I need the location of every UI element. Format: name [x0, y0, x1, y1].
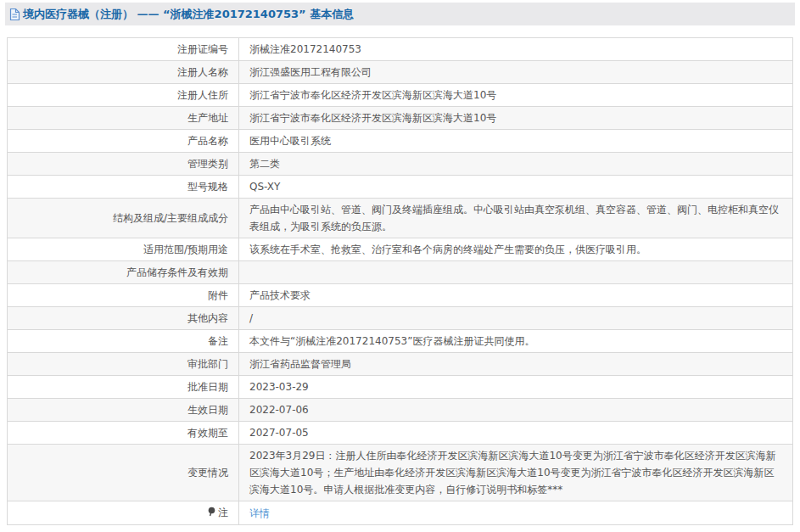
row-value: 产品由中心吸引站、管道、阀门及终端插座组成。中心吸引站由真空泵机组、真空容器、管… [239, 199, 793, 238]
row-label: 注册证编号 [8, 38, 239, 61]
row-label: 生产地址 [8, 107, 239, 130]
document-icon [8, 8, 20, 21]
table-row: 产品储存条件及有效期 [8, 261, 793, 284]
row-value: 2022-07-06 [239, 399, 793, 422]
row-label: 适用范围/预期用途 [8, 238, 239, 261]
row-label: 生效日期 [8, 399, 239, 422]
row-label: 产品名称 [8, 130, 239, 153]
row-value: 产品技术要求 [239, 284, 793, 307]
row-value [239, 261, 793, 284]
row-value: 2023-03-29 [239, 376, 793, 399]
table-row: 附件 产品技术要求 [8, 284, 793, 307]
row-label: 注册人住所 [8, 84, 239, 107]
table-row: 变更情况 2023年3月29日：注册人住所由奉化经济开发区滨海新区滨海大道10号… [8, 445, 793, 501]
row-label: 注册人名称 [8, 61, 239, 84]
table-row: 注册人名称 浙江强盛医用工程有限公司 [8, 61, 793, 84]
table-row: 注册人住所 浙江省宁波市奉化区经济开发区滨海新区滨海大道10号 [8, 84, 793, 107]
table-row: 备注 本文件与“浙械注准20172140753”医疗器械注册证共同使用。 [8, 330, 793, 353]
row-value: 浙江省药品监督管理局 [239, 353, 793, 376]
table-row: 生产地址 浙江省宁波市奉化区经济开发区滨海新区滨海大道10号 [8, 107, 793, 130]
row-value: 浙江省宁波市奉化区经济开发区滨海新区滨海大道10号 [239, 107, 793, 130]
registration-info-table: 注册证编号 浙械注准20172140753 注册人名称 浙江强盛医用工程有限公司… [7, 37, 793, 525]
table-row: 注册证编号 浙械注准20172140753 [8, 38, 793, 61]
detail-link[interactable]: 详情 [249, 507, 270, 519]
page-title-bar: 境内医疗器械（注册） —— “浙械注准20172140753” 基本信息 [5, 3, 795, 25]
row-value: 本文件与“浙械注准20172140753”医疗器械注册证共同使用。 [239, 330, 793, 353]
table-row: 结构及组成/主要组成成分 产品由中心吸引站、管道、阀门及终端插座组成。中心吸引站… [8, 199, 793, 238]
table-row-note: 注 详情 [8, 501, 793, 525]
row-value: QS-XY [239, 176, 793, 199]
note-label-text: 注 [218, 507, 228, 518]
table-row: 有效期至 2027-07-05 [8, 422, 793, 445]
row-label: 其他内容 [8, 307, 239, 330]
row-label: 结构及组成/主要组成成分 [8, 199, 239, 238]
row-label: 有效期至 [8, 422, 239, 445]
row-value: 2027-07-05 [239, 422, 793, 445]
row-label: 管理类别 [8, 153, 239, 176]
page-title: 境内医疗器械（注册） —— “浙械注准20172140753” 基本信息 [23, 7, 354, 22]
row-value: / [239, 307, 793, 330]
table-row: 生效日期 2022-07-06 [8, 399, 793, 422]
table-row: 适用范围/预期用途 该系统在手术室、抢救室、治疗室和各个病房的终端处产生需要的负… [8, 238, 793, 261]
row-value: 医用中心吸引系统 [239, 130, 793, 153]
row-label: 批准日期 [8, 376, 239, 399]
row-value: 浙江省宁波市奉化区经济开发区滨海新区滨海大道10号 [239, 84, 793, 107]
table-row: 型号规格 QS-XY [8, 176, 793, 199]
row-label: 审批部门 [8, 353, 239, 376]
row-value: 第二类 [239, 153, 793, 176]
row-label: 产品储存条件及有效期 [8, 261, 239, 284]
row-label: 型号规格 [8, 176, 239, 199]
row-label: 附件 [8, 284, 239, 307]
row-value: 2023年3月29日：注册人住所由奉化经济开发区滨海新区滨海大道10号变更为浙江… [239, 445, 793, 501]
row-label-note: 注 [8, 501, 239, 525]
row-value: 该系统在手术室、抢救室、治疗室和各个病房的终端处产生需要的负压，供医疗吸引用。 [239, 238, 793, 261]
row-label: 变更情况 [8, 445, 239, 501]
row-value: 浙械注准20172140753 [239, 38, 793, 61]
row-value: 浙江强盛医用工程有限公司 [239, 61, 793, 84]
row-value-note: 详情 [239, 501, 793, 525]
row-label: 备注 [8, 330, 239, 353]
table-row: 其他内容 / [8, 307, 793, 330]
table-row: 产品名称 医用中心吸引系统 [8, 130, 793, 153]
pin-icon [208, 505, 215, 522]
table-row: 批准日期 2023-03-29 [8, 376, 793, 399]
table-row: 管理类别 第二类 [8, 153, 793, 176]
table-row: 审批部门 浙江省药品监督管理局 [8, 353, 793, 376]
